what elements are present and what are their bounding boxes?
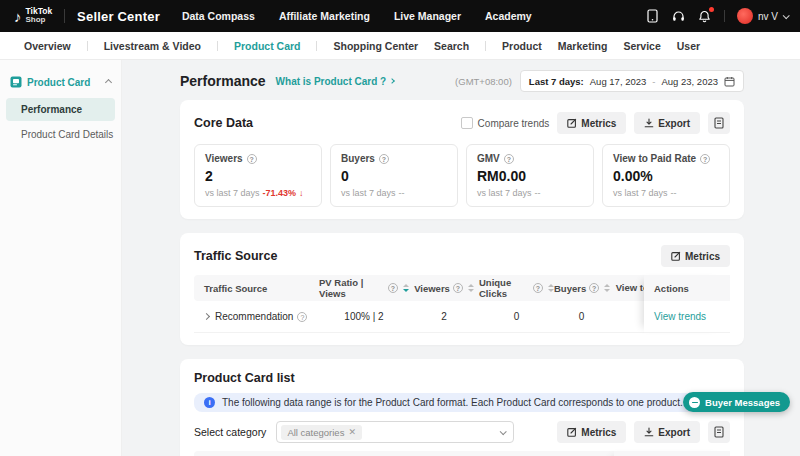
avatar (737, 8, 753, 24)
core-data-section: Core Data Compare trends Metrics Expo (180, 100, 744, 219)
subnav-separator (87, 41, 88, 51)
traffic-source-section: Traffic Source Metrics Traffic Source PV… (180, 233, 744, 345)
compare-trends-toggle[interactable]: Compare trends (461, 117, 550, 129)
col-actions: Actions (644, 275, 730, 301)
topbar-divider (64, 9, 65, 23)
chevron-right-icon (389, 78, 395, 84)
topnav-live-manager[interactable]: Live Manager (394, 10, 461, 22)
select-category-label: Select category (194, 426, 266, 438)
col-action: Action (614, 451, 730, 456)
topbar: ♪ TikTok Shop Seller Center Data Compass… (0, 0, 800, 32)
category-select[interactable]: All categories ✕ (276, 421, 514, 443)
category-tag: All categories ✕ (281, 425, 362, 440)
calendar-icon (724, 76, 735, 87)
subnav-product-card[interactable]: Product Card (234, 40, 301, 52)
chevron-down-icon (500, 428, 507, 435)
report-panel-button[interactable] (708, 112, 730, 134)
mobile-app-icon[interactable] (646, 9, 660, 23)
col-pv-ratio-views: PV Ratio | Views (319, 277, 409, 299)
metric-label: GMV (477, 153, 500, 164)
sidebar-item-product-card-details[interactable]: Product Card Details (6, 123, 115, 146)
subnav-shopping-center[interactable]: Shopping Center (333, 40, 418, 52)
sidebar-group-label: Product Card (27, 77, 90, 88)
help-icon[interactable] (247, 154, 257, 164)
buyer-messages-label: Buyer Messages (705, 397, 780, 408)
col-buyers: Buyers (554, 283, 610, 294)
compare-trends-checkbox[interactable] (461, 117, 473, 129)
topnav-affiliate-marketing[interactable]: Affiliate Marketing (279, 10, 370, 22)
chevron-up-icon[interactable] (105, 78, 112, 85)
help-icon[interactable] (453, 283, 463, 293)
traffic-metrics-button[interactable]: Metrics (661, 245, 730, 267)
subnav-product[interactable]: Product (502, 40, 542, 52)
remove-tag-icon[interactable]: ✕ (348, 427, 356, 437)
metric-compare-label: vs last 7 days (613, 188, 668, 198)
export-button-label: Export (658, 118, 690, 129)
subnav-livestream-video[interactable]: Livestream & Video (104, 40, 201, 52)
date-separator: - (652, 76, 655, 87)
help-icon[interactable] (504, 154, 514, 164)
compare-trends-label: Compare trends (478, 118, 550, 129)
help-icon[interactable] (700, 154, 710, 164)
help-icon[interactable] (589, 283, 599, 293)
category-tag-label: All categories (287, 427, 344, 438)
subnav-search[interactable]: Search (434, 40, 469, 52)
secondary-nav: Overview Livestream & Video Product Card… (0, 32, 800, 60)
subnav-service[interactable]: Service (623, 40, 660, 52)
what-is-product-card-link[interactable]: What is Product Card ? (276, 76, 395, 87)
list-actions: Metrics Export (557, 421, 730, 443)
expand-row-icon[interactable] (203, 313, 210, 320)
help-icon[interactable] (379, 154, 389, 164)
notifications-bell-icon[interactable] (698, 9, 712, 23)
core-data-actions: Compare trends Metrics Export (461, 112, 730, 134)
user-name: nv V (758, 11, 778, 22)
help-icon[interactable] (388, 283, 398, 293)
view-trends-link[interactable]: View trends (654, 311, 706, 322)
topnav-data-compass[interactable]: Data Compass (182, 10, 255, 22)
help-icon[interactable] (297, 312, 307, 322)
chat-bubble-icon (689, 397, 700, 408)
topnav-academy[interactable]: Academy (485, 10, 532, 22)
download-icon (644, 118, 654, 128)
sidebar-group-product-card[interactable]: Product Card (0, 76, 121, 96)
edit-metrics-icon (567, 427, 577, 437)
traffic-source-table: Traffic Source PV Ratio | Views Viewers … (194, 275, 730, 333)
clipboard-icon (714, 117, 724, 129)
subnav-separator (316, 41, 317, 51)
col-unique-clicks: Unique Clicks (479, 277, 554, 299)
chevron-down-icon (783, 12, 790, 19)
buyer-messages-button[interactable]: Buyer Messages (683, 392, 790, 412)
subnav-user[interactable]: User (677, 40, 700, 52)
metric-card-buyers: Buyers 0 vs last 7 days-- (330, 144, 458, 207)
traffic-source-name: Recommendation (215, 311, 293, 322)
date-start: Aug 17, 2023 (590, 76, 647, 87)
tiktok-shop-logo[interactable]: ♪ TikTok Shop (14, 7, 52, 24)
sidebar-item-performance[interactable]: Performance (6, 98, 115, 121)
metric-value: 0.00% (613, 168, 719, 184)
list-metrics-button[interactable]: Metrics (557, 421, 626, 443)
core-metric-cards: Viewers 2 vs last 7 days-71.43%↓ Buyers … (194, 144, 730, 207)
traffic-source-header: Traffic Source Metrics (194, 245, 730, 267)
metric-value: 2 (205, 168, 311, 184)
sidebar: Product Card Performance Product Card De… (0, 60, 122, 456)
category-filter-row: Select category All categories ✕ Metrics (194, 421, 730, 443)
col-traffic-source: Traffic Source (194, 283, 319, 294)
list-report-panel-button[interactable] (708, 421, 730, 443)
metric-compare-label: vs last 7 days (341, 188, 396, 198)
sort-control[interactable] (468, 284, 474, 292)
main-layout: Product Card Performance Product Card De… (0, 60, 800, 456)
subnav-marketing[interactable]: Marketing (558, 40, 608, 52)
subnav-overview[interactable]: Overview (24, 40, 71, 52)
date-preset: Last 7 days: (529, 76, 584, 87)
date-range-picker[interactable]: Last 7 days: Aug 17, 2023 - Aug 23, 2023 (520, 70, 744, 92)
metric-delta: -71.43% (263, 188, 297, 198)
support-headset-icon[interactable] (672, 9, 686, 23)
metric-compare-label: vs last 7 days (477, 188, 532, 198)
metrics-button[interactable]: Metrics (557, 112, 626, 134)
date-end: Aug 23, 2023 (661, 76, 718, 87)
list-export-button[interactable]: Export (634, 421, 700, 443)
metric-compare-label: vs last 7 days (205, 188, 260, 198)
user-menu[interactable]: nv V (737, 8, 788, 24)
help-icon[interactable] (533, 283, 543, 293)
export-button[interactable]: Export (634, 112, 700, 134)
